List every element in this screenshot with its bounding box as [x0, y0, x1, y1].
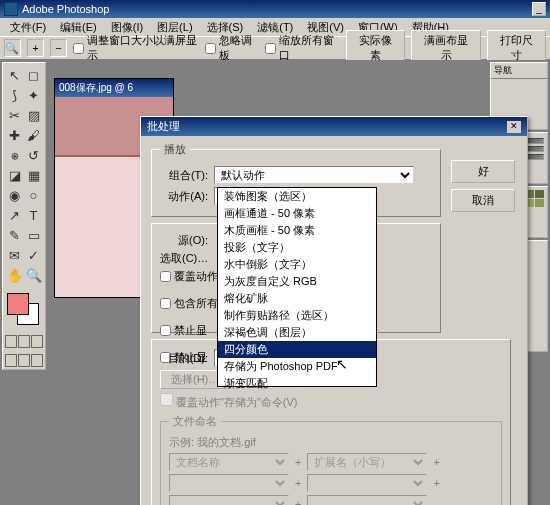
wand-tool[interactable]: ✦	[24, 85, 43, 105]
name1-select: 文档名称	[169, 453, 289, 471]
name3-select	[169, 474, 289, 492]
blur-tool[interactable]: ◉	[5, 185, 24, 205]
dropdown-item[interactable]: 深褐色调（图层）	[218, 324, 376, 341]
pen-tool[interactable]: ✎	[5, 225, 24, 245]
naming-fieldset: 文件命名 示例: 我的文档.gif 文档名称 + 扩展名（小写） + + +	[160, 414, 502, 505]
zoom-tool-icon[interactable]: 🔍	[4, 39, 21, 57]
ok-button[interactable]: 好	[451, 160, 515, 183]
dest-label: 目的(D):	[160, 351, 208, 366]
dropdown-item[interactable]: 渐变匹配	[218, 375, 376, 392]
dialog-titlebar[interactable]: 批处理 ✕	[141, 117, 527, 136]
ignore-palettes-check[interactable]: 忽略调板	[205, 33, 259, 63]
cursor-icon: ↖	[336, 356, 348, 372]
batch-dialog: 批处理 ✕ 好 取消 播放 组合(T): 默认动作 动作(A): 深褐色调（图层…	[140, 116, 528, 505]
fit-window-check[interactable]: 调整窗口大小以满屏显示	[73, 33, 199, 63]
eyedropper-tool[interactable]: ✓	[24, 245, 43, 265]
foreground-swatch[interactable]	[7, 293, 29, 315]
name5-select	[169, 495, 289, 505]
action-dropdown-list: 装饰图案（选区） 画框通道 - 50 像素 木质画框 - 50 像素 投影（文字…	[217, 187, 377, 387]
app-title: Adobe Photoshop	[22, 3, 109, 15]
dropdown-item-selected[interactable]: 四分颜色	[218, 341, 376, 358]
history-brush-tool[interactable]: ↺	[24, 145, 43, 165]
play-fieldset: 播放 组合(T): 默认动作 动作(A): 深褐色调（图层） 装饰图案（选区） …	[151, 142, 441, 217]
dropdown-item[interactable]: 装饰图案（选区）	[218, 188, 376, 205]
dropdown-item[interactable]: 为灰度自定义 RGB	[218, 273, 376, 290]
set-select[interactable]: 默认动作	[214, 166, 414, 184]
select-label: 选取(C)…	[160, 251, 208, 266]
source-label: 源(O):	[160, 233, 208, 248]
options-bar: 🔍 + − 调整窗口大小以满屏显示 忽略调板 缩放所有窗口 实际像素 满画布显示…	[0, 36, 550, 60]
dodge-tool[interactable]: ○	[24, 185, 43, 205]
name2-select: 扩展名（小写）	[307, 453, 427, 471]
dropdown-item[interactable]: 木质画框 - 50 像素	[218, 222, 376, 239]
action-label: 动作(A):	[160, 189, 208, 204]
dialog-title-text: 批处理	[147, 119, 180, 134]
dropdown-item[interactable]: 投影（文字）	[218, 239, 376, 256]
path-tool[interactable]: ↗	[5, 205, 24, 225]
shape-tool[interactable]: ▭	[24, 225, 43, 245]
play-legend: 播放	[160, 142, 190, 157]
app-titlebar: Adobe Photoshop _	[0, 0, 550, 18]
heal-tool[interactable]: ✚	[5, 125, 24, 145]
minimize-button[interactable]: _	[532, 2, 546, 16]
dialog-close-button[interactable]: ✕	[507, 121, 521, 133]
naming-example: 示例: 我的文档.gif	[169, 435, 493, 450]
move-tool[interactable]: ↖	[5, 65, 24, 85]
toolbox: ↖◻ ⟆✦ ✂▨ ✚🖌 ⎈↺ ◪▦ ◉○ ↗T ✎▭ ✉✓ ✋🔍	[2, 62, 46, 370]
dropdown-item[interactable]: 熔化矿脉	[218, 290, 376, 307]
zoom-tool[interactable]: 🔍	[24, 265, 43, 285]
override-save-check	[160, 393, 173, 406]
hand-tool[interactable]: ✋	[5, 265, 24, 285]
eraser-tool[interactable]: ◪	[5, 165, 24, 185]
set-label: 组合(T):	[160, 168, 208, 183]
navigator-tab[interactable]: 导航	[491, 63, 547, 79]
mode-icons	[5, 335, 43, 348]
screen-mode-icons	[5, 354, 43, 367]
stamp-tool[interactable]: ⎈	[5, 145, 24, 165]
brush-tool[interactable]: 🖌	[24, 125, 43, 145]
menu-file[interactable]: 文件(F)	[4, 19, 52, 36]
type-tool[interactable]: T	[24, 205, 43, 225]
zoom-in-icon[interactable]: +	[27, 39, 44, 57]
cancel-button[interactable]: 取消	[451, 189, 515, 212]
workspace: ↖◻ ⟆✦ ✂▨ ✚🖌 ⎈↺ ◪▦ ◉○ ↗T ✎▭ ✉✓ ✋🔍 008保存.j…	[0, 60, 550, 505]
crop-tool[interactable]: ✂	[5, 105, 24, 125]
app-icon	[4, 2, 18, 16]
notes-tool[interactable]: ✉	[5, 245, 24, 265]
dropdown-item[interactable]: 画框通道 - 50 像素	[218, 205, 376, 222]
document-title[interactable]: 008保存.jpg @ 6	[55, 79, 173, 97]
naming-legend: 文件命名	[169, 414, 221, 429]
name6-select	[307, 495, 427, 505]
dropdown-item[interactable]: 水中倒影（文字）	[218, 256, 376, 273]
zoom-all-check[interactable]: 缩放所有窗口	[265, 33, 340, 63]
dropdown-item[interactable]: 存储为 Photoshop PDF	[218, 358, 376, 375]
name4-select	[307, 474, 427, 492]
slice-tool[interactable]: ▨	[24, 105, 43, 125]
marquee-tool[interactable]: ◻	[24, 65, 43, 85]
gradient-tool[interactable]: ▦	[24, 165, 43, 185]
lasso-tool[interactable]: ⟆	[5, 85, 24, 105]
zoom-out-icon[interactable]: −	[50, 39, 67, 57]
dropdown-item[interactable]: 制作剪贴路径（选区）	[218, 307, 376, 324]
